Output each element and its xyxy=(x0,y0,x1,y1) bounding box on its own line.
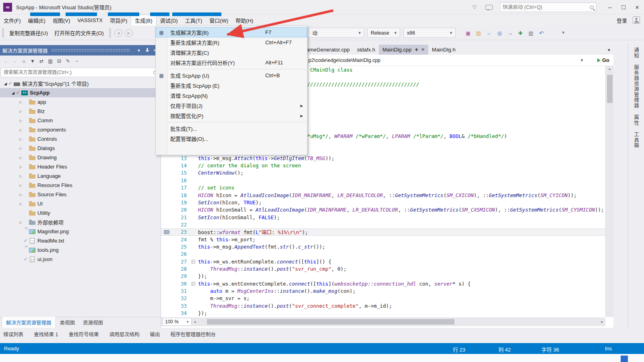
menubar-item[interactable]: VASSISTX xyxy=(74,14,106,26)
forward-icon[interactable]: → xyxy=(10,57,19,66)
code-line[interactable]: 32 m->m_svr = s; xyxy=(161,295,605,302)
code-line[interactable]: 22 xyxy=(161,221,605,228)
maximize-button[interactable]: ☐ xyxy=(617,2,630,13)
expand-arrow-icon[interactable]: ▷ xyxy=(18,100,24,104)
fold-collapse-icon[interactable]: − xyxy=(192,260,195,263)
quick-launch-box[interactable] xyxy=(500,2,597,12)
expand-arrow-icon[interactable]: ▷ xyxy=(18,146,24,150)
tree-item[interactable]: ✓{ }ui.json xyxy=(0,255,161,264)
navigate-forward-icon[interactable]: → xyxy=(505,28,515,38)
code-line[interactable]: 19SetIcon(hIcon, TRUE); xyxy=(161,199,605,206)
expand-arrow-icon[interactable]: ▷ xyxy=(18,165,24,169)
copy-icon[interactable]: ▥ xyxy=(46,57,55,66)
tree-item[interactable]: ▷Drawing xyxy=(0,153,161,162)
add-item-icon[interactable]: ✚ xyxy=(516,28,525,38)
fold-collapse-icon[interactable]: − xyxy=(192,282,195,286)
build-menu-item[interactable]: 重新生成 ScpApp (E) xyxy=(156,80,307,90)
tree-item[interactable]: ▷Source Files xyxy=(0,190,161,199)
expand-arrow-icon[interactable]: ▷ xyxy=(18,109,24,113)
tree-item[interactable]: ◢✓解决方案"ScpApp"(1 个项目) xyxy=(0,79,161,88)
toolbar-grip[interactable] xyxy=(2,29,4,37)
attach-icon[interactable]: ▣ xyxy=(463,28,473,38)
expand-arrow-icon[interactable]: ▷ xyxy=(18,202,24,206)
solution-search-input[interactable] xyxy=(4,70,153,75)
account-avatar-icon[interactable] xyxy=(633,16,640,24)
side-tool-tab[interactable]: 通知 xyxy=(632,47,640,58)
menubar-item[interactable]: 编辑(E) xyxy=(25,14,49,26)
build-menu-item[interactable]: 仅用于项目(J)▶ xyxy=(156,101,307,111)
bottom-panel-tab[interactable]: 错误列表 xyxy=(3,330,23,338)
fold-margin[interactable]: − xyxy=(188,282,198,286)
collapse-arrow-icon[interactable]: ◢ xyxy=(10,91,16,95)
build-menu-item[interactable]: 重新生成解决方案(R)Ctrl+Alt+F7 xyxy=(156,37,307,47)
minus-icon[interactable]: − xyxy=(72,57,81,66)
tree-item[interactable]: ▷app xyxy=(0,97,161,107)
chevron-down-icon[interactable]: ▼ xyxy=(580,58,584,62)
expand-arrow-icon[interactable]: ▷ xyxy=(18,183,24,187)
build-menu-item[interactable]: 批生成(T)... xyxy=(156,123,307,134)
expand-arrow-icon[interactable]: ▷ xyxy=(18,119,24,123)
bottom-panel-tab[interactable]: 调用层次结构 xyxy=(109,330,139,338)
code-line[interactable]: 29}); xyxy=(161,273,605,280)
code-line[interactable]: 18HICON hIcon = AtlLoadIconImage(IDR_MAI… xyxy=(161,191,605,199)
collapse-all-icon[interactable]: ⊟ xyxy=(55,57,64,66)
build-menu-item[interactable]: 清理 ScpApp(N) xyxy=(156,90,307,101)
tree-item[interactable]: ▷外部依赖项 xyxy=(0,218,161,227)
code-line[interactable]: 14// center the dialog on the screen xyxy=(161,162,605,169)
scroll-right-icon[interactable]: ► xyxy=(599,320,605,324)
code-line[interactable]: 26 xyxy=(161,251,605,258)
expand-arrow-icon[interactable]: ▷ xyxy=(18,220,24,224)
code-line[interactable]: 33 ThreadMsg::instance().post("svr_conne… xyxy=(161,302,605,309)
code-line[interactable]: 31 auto m = MsgCenterIns::instance().mak… xyxy=(161,287,605,294)
tree-item[interactable]: ▷Biz xyxy=(0,107,161,116)
tab-overflow-icon[interactable]: ▼ xyxy=(607,48,611,52)
build-menu-item[interactable]: ▦生成解决方案(B)F7 xyxy=(156,27,307,37)
fold-margin[interactable]: − xyxy=(188,260,198,263)
expand-arrow-icon[interactable]: ▷ xyxy=(18,174,24,178)
code-line[interactable]: 28 ThreadMsg::instance().post("svr_run_c… xyxy=(161,265,605,272)
build-menu-item[interactable]: 清理解决方案(C) xyxy=(156,47,307,58)
build-menu-item[interactable]: 对解决方案运行代码分析(Y)Alt+F11 xyxy=(156,58,307,68)
menubar-item[interactable]: 工具(T) xyxy=(182,14,206,26)
tree-item[interactable]: ▷Language xyxy=(0,171,161,181)
back-icon[interactable]: ← xyxy=(2,57,10,66)
document-tab[interactable]: MainDlg.h xyxy=(428,45,459,55)
close-button[interactable]: ✕ xyxy=(630,2,644,13)
configuration-combo[interactable]: Release▼ xyxy=(367,28,400,38)
toolbar-overflow-icon[interactable]: ▼ xyxy=(561,31,565,35)
feedback-icon[interactable] xyxy=(485,5,493,10)
solution-search-box[interactable] xyxy=(1,68,160,77)
tree-item[interactable]: Magnifier.png xyxy=(0,227,161,236)
menubar-item[interactable]: 生成(B) xyxy=(131,14,156,26)
tree-item[interactable]: ▷Dialogs xyxy=(0,144,161,153)
document-tab[interactable]: MainDlg.cpp✚✕ xyxy=(379,45,428,55)
tree-item[interactable]: tools.png xyxy=(0,245,161,255)
scroll-left-icon[interactable]: ◄ xyxy=(192,320,198,324)
navigate-forward-icon[interactable]: ► xyxy=(125,29,133,37)
tree-item[interactable]: ▷Controls xyxy=(0,134,161,144)
side-tool-tab[interactable]: 属性 xyxy=(632,115,640,125)
code-line[interactable]: 17// set icons xyxy=(161,184,605,191)
bottom-panel-tab[interactable]: 输出 xyxy=(150,330,160,338)
navigate-backward-icon[interactable]: ← xyxy=(484,28,494,38)
quick-launch-input[interactable] xyxy=(503,4,590,10)
vertical-scroll-thumb[interactable] xyxy=(607,75,613,103)
expand-arrow-icon[interactable]: ▷ xyxy=(18,193,24,197)
properties-icon[interactable]: ✎ xyxy=(64,57,72,66)
explorer-bottom-tab[interactable]: 资源视图 xyxy=(79,317,107,328)
code-line[interactable]: 21SetIcon(hIconSmall, FALSE); xyxy=(161,214,605,221)
navigate-backward-icon[interactable]: ◄ xyxy=(114,29,122,37)
toolbar-grip[interactable] xyxy=(109,29,111,37)
explorer-bottom-tab[interactable]: 类视图 xyxy=(56,317,79,328)
expand-arrow-icon[interactable]: ▷ xyxy=(18,128,24,132)
build-menu-item[interactable]: ▦生成 ScpApp (U)Ctrl+B xyxy=(156,70,307,80)
code-line[interactable]: 24fmt % this->m_port; xyxy=(161,236,605,243)
horizontal-scrollbar[interactable]: 100 %▼ ◄ ► xyxy=(161,317,605,326)
window-position-icon[interactable]: ▾ xyxy=(136,48,142,53)
tree-item[interactable]: ▷Resource Files xyxy=(0,181,161,190)
code-line[interactable]: 23boost::wformat fmt(L"端口: %1%\r\n"); xyxy=(161,228,605,236)
document-tab[interactable]: ameGenerator.cpp xyxy=(303,45,353,55)
bottom-panel-tab[interactable]: 查找结果 1 xyxy=(34,330,58,338)
menubar-item[interactable]: 文件(F) xyxy=(0,14,25,26)
side-tool-tab[interactable]: 工具箱 xyxy=(632,132,640,148)
